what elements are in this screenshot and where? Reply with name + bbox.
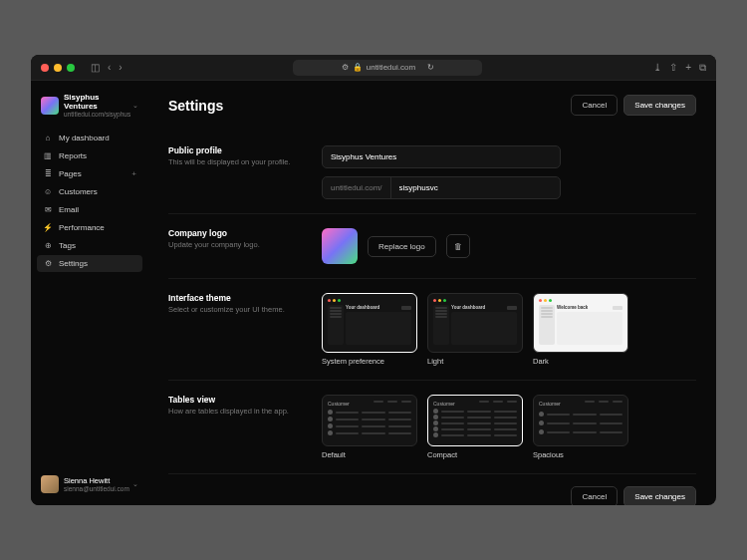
bar-chart-icon: ▥: [43, 151, 53, 160]
nav-label: Performance: [59, 223, 105, 232]
sidebar-toggle-icon[interactable]: ◫: [91, 62, 100, 73]
lock-icon: 🔒: [353, 63, 363, 72]
users-icon: ☺: [43, 187, 53, 196]
tabs-icon[interactable]: ⧉: [699, 62, 706, 74]
trash-icon: 🗑: [454, 242, 462, 251]
org-logo: [41, 97, 59, 115]
mail-icon: ✉: [43, 205, 53, 214]
titlebar-nav: ◫ ‹ ›: [91, 62, 123, 73]
company-name-input[interactable]: [322, 145, 561, 168]
user-menu[interactable]: Sienna Hewitt sienna@untitledui.com ⌄: [37, 471, 142, 497]
sidebar-item-tags[interactable]: ⊕ Tags: [37, 237, 142, 254]
section-theme: Interface theme Select or customize your…: [168, 279, 696, 381]
section-profile: Public profile This will be displayed on…: [168, 132, 696, 214]
sidebar-item-pages[interactable]: ≣ Pages +: [37, 165, 142, 182]
sidebar: Sisyphus Ventures untitledui.com/sisyphu…: [31, 81, 148, 505]
nav-label: Email: [59, 205, 79, 214]
header-actions: Cancel Save changes: [571, 95, 696, 116]
address-bar[interactable]: ⚙ 🔒 untitledui.com ↻: [293, 60, 482, 76]
titlebar: ◫ ‹ › ⚙ 🔒 untitledui.com ↻ ⤓ ⇧ + ⧉: [31, 55, 716, 81]
layers-icon: ≣: [43, 169, 53, 178]
download-icon[interactable]: ⤓: [653, 62, 661, 74]
theme-option-dark: Welcome back Dark: [533, 293, 628, 366]
nav: ⌂ My dashboard ▥ Reports ≣ Pages + ☺ Cus…: [37, 130, 142, 272]
theme-card-system[interactable]: Your dashboard: [322, 293, 417, 353]
delete-logo-button[interactable]: 🗑: [446, 234, 470, 258]
user-name: Sienna Hewitt: [64, 476, 127, 485]
gear-icon: ⚙: [43, 259, 53, 268]
back-icon[interactable]: ‹: [108, 62, 111, 73]
section-logo: Company logo Update your company logo. R…: [168, 214, 696, 279]
plus-icon[interactable]: +: [131, 169, 136, 178]
table-label: Spacious: [533, 450, 628, 459]
url-text: untitledui.com: [367, 63, 415, 72]
cancel-button[interactable]: Cancel: [571, 95, 618, 116]
theme-label: System preference: [322, 357, 417, 366]
theme-card-dark[interactable]: Welcome back: [533, 293, 628, 353]
maximize-window[interactable]: [67, 64, 75, 72]
sidebar-item-performance[interactable]: ⚡ Performance: [37, 219, 142, 236]
address-bar-wrap: ⚙ 🔒 untitledui.com ↻: [128, 60, 647, 76]
zap-icon: ⚡: [43, 223, 53, 232]
window-controls: [41, 64, 75, 72]
section-body: untitledui.com/: [322, 145, 696, 199]
section-body: Customer Default Customer: [322, 395, 696, 459]
page-title: Settings: [168, 98, 223, 114]
sidebar-item-settings[interactable]: ⚙ Settings: [37, 255, 142, 272]
table-card-compact[interactable]: Customer: [427, 395, 523, 446]
section-label: Tables view How are tables displayed in …: [168, 395, 298, 459]
table-option-compact: Customer Compact: [427, 395, 523, 459]
user-email: sienna@untitledui.com: [64, 485, 127, 492]
tag-icon: ⊕: [43, 241, 53, 250]
save-button[interactable]: Save changes: [623, 95, 696, 116]
nav-label: Tags: [59, 241, 76, 250]
section-desc: This will be displayed on your profile.: [168, 157, 298, 166]
section-title: Tables view: [168, 395, 298, 405]
nav-label: My dashboard: [59, 134, 110, 142]
section-title: Public profile: [168, 145, 298, 155]
forward-icon[interactable]: ›: [119, 62, 122, 73]
table-option-default: Customer Default: [322, 395, 417, 459]
org-switcher[interactable]: Sisyphus Ventures untitledui.com/sisyphu…: [37, 89, 142, 122]
theme-card-light[interactable]: Your dashboard: [427, 293, 523, 353]
theme-label: Light: [427, 357, 523, 366]
table-card-default[interactable]: Customer: [322, 395, 417, 446]
section-body: Replace logo 🗑: [322, 228, 696, 264]
new-tab-icon[interactable]: +: [685, 62, 691, 74]
share-icon[interactable]: ⇧: [669, 62, 677, 74]
sidebar-item-dashboard[interactable]: ⌂ My dashboard: [37, 130, 142, 146]
refresh-icon[interactable]: ↻: [427, 63, 434, 72]
close-window[interactable]: [41, 64, 49, 72]
mini-label: Welcome back: [557, 305, 588, 310]
org-url: untitledui.com/sisyphus: [64, 111, 127, 118]
section-title: Company logo: [168, 228, 298, 238]
sidebar-item-customers[interactable]: ☺ Customers: [37, 183, 142, 200]
cancel-button[interactable]: Cancel: [571, 486, 618, 505]
table-options: Customer Default Customer: [322, 395, 696, 459]
section-desc: Update your company logo.: [168, 240, 298, 249]
browser-window: ◫ ‹ › ⚙ 🔒 untitledui.com ↻ ⤓ ⇧ + ⧉ Sisyp…: [31, 55, 716, 505]
col-label: Customer: [539, 401, 561, 407]
chevron-down-icon: ⌄: [132, 102, 138, 110]
section-label: Interface theme Select or customize your…: [168, 293, 298, 366]
mini-label: Your dashboard: [346, 305, 379, 310]
sidebar-item-email[interactable]: ✉ Email: [37, 201, 142, 218]
theme-option-system: Your dashboard System preference: [322, 293, 417, 366]
section-label: Public profile This will be displayed on…: [168, 145, 298, 199]
save-button[interactable]: Save changes: [623, 486, 696, 505]
slug-input[interactable]: [391, 177, 560, 198]
table-label: Compact: [427, 450, 523, 459]
theme-label: Dark: [533, 357, 628, 366]
replace-logo-button[interactable]: Replace logo: [368, 236, 436, 257]
section-body: Your dashboard System preference: [322, 293, 696, 366]
table-card-spacious[interactable]: Customer: [533, 395, 628, 446]
titlebar-right: ⤓ ⇧ + ⧉: [653, 62, 706, 74]
section-desc: How are tables displayed in the app.: [168, 407, 298, 416]
content: Sisyphus Ventures untitledui.com/sisyphu…: [31, 81, 716, 505]
minimize-window[interactable]: [54, 64, 62, 72]
chevron-down-icon: ⌄: [132, 480, 138, 488]
sidebar-item-reports[interactable]: ▥ Reports: [37, 147, 142, 164]
main: Settings Cancel Save changes Public prof…: [148, 81, 716, 505]
shield-icon: ⚙: [342, 63, 349, 72]
section-tables: Tables view How are tables displayed in …: [168, 381, 696, 474]
